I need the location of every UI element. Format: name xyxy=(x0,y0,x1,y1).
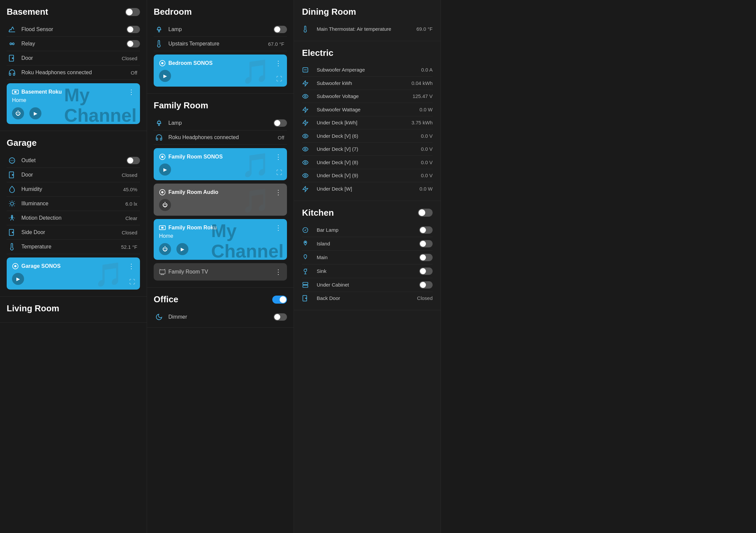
family-sonos-title: Family Room SONOS xyxy=(159,153,223,160)
kitchen-main-toggle[interactable] xyxy=(419,254,433,261)
bedroom-lamp-toggle[interactable] xyxy=(274,26,287,33)
bedroom-lamp-row: Lamp xyxy=(154,22,287,37)
headphones-value: Off xyxy=(131,70,137,76)
kitchen-main-icon xyxy=(302,254,312,261)
office-toggle[interactable] xyxy=(272,296,287,304)
roku-menu-dots[interactable]: ⋮ xyxy=(128,88,135,96)
svg-point-56 xyxy=(305,162,306,163)
garage-sonos-controls: ▶ xyxy=(12,273,135,285)
back-door-name: Back Door xyxy=(317,295,417,301)
garage-sonos-fullscreen[interactable]: ⛶ xyxy=(129,279,135,286)
garage-sonos-menu[interactable]: ⋮ xyxy=(128,262,135,270)
outlet-toggle[interactable] xyxy=(127,157,140,164)
relay-icon xyxy=(7,40,17,47)
island-toggle[interactable] xyxy=(419,240,433,247)
family-audio-title-text: Family Room Audio xyxy=(168,189,218,195)
headphones-icon xyxy=(7,69,17,76)
main-grid: Basement Flood Sensor xyxy=(0,0,756,533)
svg-point-23 xyxy=(11,215,13,217)
garage-sonos-play[interactable]: ▶ xyxy=(12,273,24,285)
svg-point-55 xyxy=(305,148,306,150)
electric-title-text: Electric xyxy=(302,48,333,58)
flood-sensor-toggle[interactable] xyxy=(127,26,140,33)
underdeck-v9-name: Under Deck [V] (9) xyxy=(317,173,421,178)
family-sonos-fullscreen[interactable]: ⛶ xyxy=(276,169,282,176)
family-lamp-toggle[interactable] xyxy=(274,119,287,127)
dimmer-toggle[interactable] xyxy=(274,313,287,321)
basement-toggle[interactable] xyxy=(125,8,140,16)
bedroom-sonos-fullscreen[interactable]: ⛶ xyxy=(276,76,282,83)
garage-outlet-row: Outlet xyxy=(7,153,140,168)
svg-point-67 xyxy=(305,298,306,299)
temperature-icon xyxy=(7,243,17,250)
thermostat-value: 69.0 °F xyxy=(416,26,433,32)
kitchen-toggle[interactable] xyxy=(418,209,433,217)
family-sonos-title-text: Family Room SONOS xyxy=(168,154,223,160)
family-headphones-row: Roku Headphones connected Off xyxy=(154,130,287,145)
bar-lamp-toggle[interactable] xyxy=(419,226,433,234)
thermostat-row: Main Thermostat: Air temperature 69.0 °F xyxy=(302,22,433,35)
family-roku-menu[interactable]: ⋮ xyxy=(275,224,282,232)
underdeck-kwh-row: Under Deck [kWh] 3.75 kWh xyxy=(302,116,433,130)
underdeck-v8-row: Under Deck [V] (8) 0.0 V xyxy=(302,156,433,169)
bedroom-sonos-controls: ▶ xyxy=(159,70,282,82)
family-roku-power[interactable]: ⏻ xyxy=(159,243,171,255)
bedroom-sonos-header: Bedroom SONOS ⋮ xyxy=(159,59,282,67)
family-audio-menu[interactable]: ⋮ xyxy=(275,188,282,196)
motion-name: Motion Detection xyxy=(21,215,125,221)
bedroom-sonos-menu[interactable]: ⋮ xyxy=(275,59,282,67)
svg-point-35 xyxy=(161,62,164,65)
relay-toggle[interactable] xyxy=(127,40,140,47)
subwoofer-wattage-name: Subwoofer Wattage xyxy=(317,107,420,112)
roku-play-btn[interactable]: ▶ xyxy=(29,107,41,119)
subwoofer-voltage-value: 125.47 V xyxy=(413,93,433,99)
dimmer-icon xyxy=(154,313,164,321)
underdeck-v6-value: 0.0 V xyxy=(421,133,433,139)
subwoofer-kwh-icon xyxy=(302,80,312,87)
family-tv-menu[interactable]: ⋮ xyxy=(275,268,282,276)
basement-door-row: Door Closed xyxy=(7,51,140,66)
underdeck-w-value: 0.0 W xyxy=(420,186,433,192)
family-sonos-menu[interactable]: ⋮ xyxy=(275,153,282,161)
electric-title: Electric xyxy=(302,48,433,58)
roku-power-btn[interactable]: ⏻ xyxy=(12,107,24,119)
family-roku-play[interactable]: ▶ xyxy=(176,243,188,255)
family-lamp-row: Lamp xyxy=(154,116,287,130)
bedroom-temp-name: Upstairs Temperature xyxy=(168,41,268,47)
subwoofer-amp-value: 0.0 A xyxy=(421,67,433,73)
svg-line-21 xyxy=(10,206,10,206)
living-room-title: Living Room xyxy=(7,303,140,314)
underdeck-kwh-name: Under Deck [kWh] xyxy=(317,120,412,125)
kitchen-main-row: Main xyxy=(302,251,433,264)
garage-side-door-row: Side Door Closed xyxy=(7,225,140,240)
dining-room-section: Dining Room Main Thermostat: Air tempera… xyxy=(294,0,441,41)
family-audio-power[interactable]: ⏻ xyxy=(159,199,171,211)
garage-illuminance-row: Illuminance 6.0 lx xyxy=(7,197,140,211)
back-door-value: Closed xyxy=(417,295,433,301)
svg-point-13 xyxy=(12,175,13,176)
bar-lamp-icon xyxy=(302,226,312,233)
island-name: Island xyxy=(317,241,419,246)
underdeck-v8-icon xyxy=(302,159,312,166)
bedroom-sonos-play[interactable]: ▶ xyxy=(159,70,171,82)
family-sonos-play[interactable]: ▶ xyxy=(159,164,171,176)
family-audio-card: 🎵 Family Room Audio ⋮ ⏻ xyxy=(154,184,287,216)
svg-point-41 xyxy=(161,156,164,158)
underdeck-v7-name: Under Deck [V] (7) xyxy=(317,146,421,152)
headphones-name: Roku Headphones connected xyxy=(21,70,131,76)
back-door-row: Back Door Closed xyxy=(302,292,433,305)
family-room-title-text: Family Room xyxy=(154,100,208,111)
svg-rect-64 xyxy=(303,285,308,288)
svg-point-43 xyxy=(161,191,164,194)
under-cabinet-toggle[interactable] xyxy=(419,281,433,289)
bar-lamp-name: Bar Lamp xyxy=(317,227,419,233)
bedroom-sonos-title: Bedroom SONOS xyxy=(159,60,212,67)
sink-toggle[interactable] xyxy=(419,268,433,275)
svg-point-27 xyxy=(12,232,13,233)
garage-sonos-title-text: Garage SONOS xyxy=(21,263,60,269)
garage-door-value: Closed xyxy=(122,172,137,178)
subwoofer-wattage-icon xyxy=(302,106,312,113)
bedroom-title: Bedroom xyxy=(154,7,287,17)
illuminance-icon xyxy=(7,200,17,207)
kitchen-title: Kitchen xyxy=(302,208,433,218)
